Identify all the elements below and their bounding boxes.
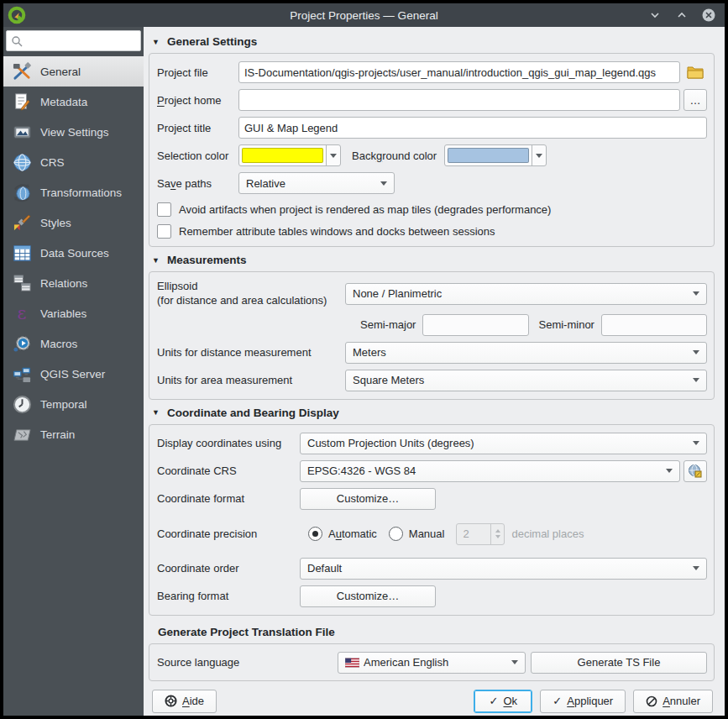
open-folder-icon[interactable] [683,65,707,80]
sidebar-item-relations[interactable]: Relations [3,268,144,298]
distance-units-label: Units for distance measurement [157,346,345,359]
sidebar-item-terrain[interactable]: Terrain [3,419,144,449]
project-title-input[interactable] [238,117,707,139]
server-icon [12,364,32,384]
select-crs-button[interactable] [683,460,707,482]
collapse-triangle-icon: ▼ [152,408,160,417]
save-paths-label: Save paths [157,177,238,190]
avoid-artifacts-checkbox[interactable] [157,202,171,217]
sidebar-item-label: Variables [40,307,86,320]
coordinate-format-label: Coordinate format [157,492,300,505]
avoid-artifacts-label: Avoid artifacts when project is rendered… [179,203,551,216]
project-home-input[interactable] [238,89,680,111]
window-maximize-icon[interactable] [674,8,689,23]
coordinate-order-select[interactable]: Default [300,558,707,580]
sidebar-item-styles[interactable]: Styles [3,207,144,238]
translation-group: Source language American English Generat… [149,643,715,681]
sidebar-item-label: Macros [40,338,77,350]
clock-icon [12,394,32,414]
generate-ts-file-button[interactable]: Generate TS File [531,652,707,674]
sidebar-item-qgis-server[interactable]: QGIS Server [3,359,144,389]
spinner-arrows-icon[interactable] [490,524,504,544]
epsilon-icon: ε [12,303,32,323]
search-icon [11,35,23,47]
bearing-format-customize-button[interactable]: Customize… [300,585,436,607]
chevron-down-icon [380,181,387,186]
ellipsoid-select[interactable]: None / Planimetric [345,283,707,305]
search-input[interactable] [6,30,141,51]
precision-manual-radio[interactable] [389,527,403,541]
color-dropdown-icon[interactable] [532,145,546,165]
window-minimize-icon[interactable] [647,8,663,23]
collapse-triangle-icon: ▼ [152,38,160,46]
distance-units-select[interactable]: Meters [345,342,707,364]
help-lifebuoy-icon [165,695,177,707]
bearing-format-label: Bearing format [157,590,300,602]
coordinate-display-group: Display coordinates using Custom Project… [149,424,715,616]
ok-button[interactable]: ✓ Ok [474,690,532,713]
chevron-down-icon [693,441,699,445]
tools-icon [12,61,32,81]
semi-minor-label: Semi-minor [539,318,594,331]
help-button[interactable]: Aide [152,690,217,713]
collapse-triangle-icon: ▼ [152,256,160,265]
decimal-places-spinner[interactable]: 2 [456,523,505,545]
background-color-swatch [448,148,529,163]
color-dropdown-icon[interactable] [326,145,340,165]
sidebar-item-metadata[interactable]: Metadata [3,87,144,117]
sidebar-item-view-settings[interactable]: View Settings [3,117,144,147]
section-title: General Settings [167,35,257,48]
coordinate-precision-label: Coordinate precision [157,527,300,540]
window-title: Project Properties — General [3,9,725,22]
selection-color-swatch [242,148,323,163]
sidebar-item-general[interactable]: General [3,56,144,87]
cancel-icon [646,695,657,707]
coordinate-format-customize-button[interactable]: Customize… [300,488,436,510]
coordinate-order-label: Coordinate order [157,562,300,575]
chevron-down-icon [511,660,518,664]
semi-major-label: Semi-major [360,318,416,331]
area-units-label: Units for area measurement [157,374,345,386]
semi-minor-input[interactable] [601,314,707,336]
sidebar-item-label: General [40,66,81,78]
semi-major-input[interactable] [422,314,528,336]
sidebar-item-label: Metadata [40,96,87,108]
sidebar-item-data-sources[interactable]: Data Sources [3,238,144,268]
section-title: Coordinate and Bearing Display [167,407,339,419]
selection-color-label: Selection color [157,150,238,162]
coordinate-crs-label: Coordinate CRS [157,464,300,477]
sidebar-item-macros[interactable]: Macros [3,328,144,359]
remember-attribute-tables-checkbox[interactable] [157,224,171,239]
background-color-button[interactable] [444,144,547,166]
coordinate-crs-select[interactable]: EPSG:4326 - WGS 84 [300,460,680,482]
display-coordinates-label: Display coordinates using [157,437,300,449]
sidebar-item-label: Temporal [40,398,87,411]
selection-color-button[interactable] [238,144,341,166]
browse-home-button[interactable]: … [683,89,707,111]
sidebar-item-crs[interactable]: CRS [3,147,144,177]
terrain-icon [12,424,32,444]
section-coordinate-display[interactable]: ▼ Coordinate and Bearing Display [149,403,715,424]
save-paths-select[interactable]: Relative [238,172,395,194]
source-language-select[interactable]: American English [338,652,526,674]
check-icon: ✓ [490,695,499,707]
precision-automatic-radio[interactable] [308,527,322,541]
apply-button[interactable]: ✓ Appliquer [540,690,626,713]
project-file-input[interactable] [238,61,680,83]
section-measurements[interactable]: ▼ Measurements [149,250,715,271]
sidebar-item-label: QGIS Server [40,368,105,380]
cancel-button[interactable]: Annuler [633,690,713,713]
section-general-settings[interactable]: ▼ General Settings [149,32,715,53]
area-units-select[interactable]: Square Meters [345,370,707,391]
chevron-down-icon [693,566,699,570]
section-translation-title: Generate Project Translation File [149,619,715,643]
globe-edit-icon [688,464,703,479]
window-close-icon[interactable] [701,8,716,23]
sidebar-item-temporal[interactable]: Temporal [3,389,144,419]
sidebar-item-transformations[interactable]: Transformations [3,177,144,207]
display-coordinates-select[interactable]: Custom Projection Units (degrees) [300,433,707,454]
sidebar-item-label: Terrain [40,428,75,441]
sidebar-item-variables[interactable]: ε Variables [3,298,144,328]
general-settings-page: ▼ General Settings Project file Project … [144,27,725,716]
transformations-icon [12,182,32,202]
